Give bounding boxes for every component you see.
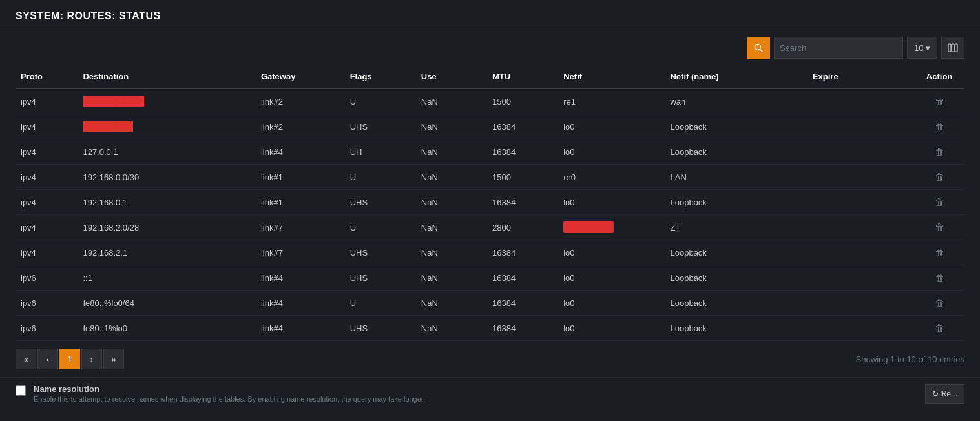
cell-netif: lo0 <box>558 240 665 265</box>
cell-mtu: 16384 <box>487 240 558 265</box>
page-1-button[interactable]: 1 <box>59 349 80 369</box>
name-resolution-desc: Enable this to attempt to resolve names … <box>34 395 425 403</box>
table-row: ipv4192.168.2.0/28link#7UNaN2800REDACTED… <box>16 215 964 240</box>
cell-use: NaN <box>416 240 487 265</box>
cell-expire <box>808 88 914 114</box>
columns-button[interactable] <box>941 37 964 59</box>
cell-netif-name: Loopback <box>665 316 807 341</box>
pagination-bar: « ‹ 1 › » Showing 1 to 10 of 10 entries <box>0 341 980 377</box>
cell-netif-name: Loopback <box>665 114 807 139</box>
name-resolution-info: Name resolution Enable this to attempt t… <box>34 384 425 403</box>
cell-flags: UHS <box>345 240 416 265</box>
cell-destination: 192.168.2.1 <box>78 240 255 265</box>
col-header-expire: Expire <box>808 65 914 88</box>
cell-expire <box>808 215 914 240</box>
delete-route-button[interactable]: 🗑 <box>932 196 946 209</box>
cell-netif: lo0 <box>558 190 665 215</box>
per-page-button[interactable]: 10 ▾ <box>907 37 937 59</box>
cell-expire <box>808 316 914 341</box>
cell-action: 🗑 <box>914 88 964 114</box>
cell-expire <box>808 114 914 139</box>
cell-mtu: 16384 <box>487 190 558 215</box>
cell-use: NaN <box>416 215 487 240</box>
routes-table-container: Proto Destination Gateway Flags Use MTU … <box>0 65 980 341</box>
reload-button[interactable]: ↻ Re... <box>925 384 964 404</box>
cell-proto: ipv4 <box>16 215 78 240</box>
cell-action: 🗑 <box>914 265 964 291</box>
cell-mtu: 1500 <box>487 88 558 114</box>
delete-route-button[interactable]: 🗑 <box>932 120 946 133</box>
cell-destination: ::1 <box>78 265 255 291</box>
cell-destination: 127.0.0.1 <box>78 139 255 165</box>
table-row: ipv6::1link#4UHSNaN16384lo0Loopback🗑 <box>16 265 964 291</box>
cell-mtu: 16384 <box>487 291 558 316</box>
delete-route-button[interactable]: 🗑 <box>932 95 946 108</box>
cell-mtu: 2800 <box>487 215 558 240</box>
cell-destination: fe80::%lo0/64 <box>78 291 255 316</box>
cell-use: NaN <box>416 265 487 291</box>
search-input[interactable] <box>774 37 903 59</box>
cell-netif-name: wan <box>665 88 807 114</box>
cell-flags: UHS <box>345 265 416 291</box>
search-button[interactable] <box>747 37 770 59</box>
page-last-button[interactable]: » <box>103 349 124 369</box>
delete-route-button[interactable]: 🗑 <box>932 296 946 309</box>
cell-netif: lo0 <box>558 139 665 165</box>
cell-use: NaN <box>416 88 487 114</box>
cell-mtu: 16384 <box>487 316 558 341</box>
cell-mtu: 16384 <box>487 114 558 139</box>
cell-expire <box>808 291 914 316</box>
svg-rect-2 <box>948 44 951 52</box>
cell-action: 🗑 <box>914 139 964 165</box>
cell-flags: U <box>345 291 416 316</box>
delete-route-button[interactable]: 🗑 <box>932 145 946 158</box>
table-row: ipv4192.168.0.0/30link#1UNaN1500re0LAN🗑 <box>16 165 964 190</box>
table-header-row: Proto Destination Gateway Flags Use MTU … <box>16 65 964 88</box>
delete-route-button[interactable]: 🗑 <box>932 322 946 334</box>
table-row: ipv4REDACTED/25link#2UNaN1500re1wan🗑 <box>16 88 964 114</box>
col-header-gateway: Gateway <box>256 65 345 88</box>
cell-mtu: 16384 <box>487 139 558 165</box>
page-next-button[interactable]: › <box>81 349 102 369</box>
delete-route-button[interactable]: 🗑 <box>932 221 946 234</box>
cell-flags: U <box>345 88 416 114</box>
cell-expire <box>808 265 914 291</box>
table-row: ipv4127.0.0.1link#4UHNaN16384lo0Loopback… <box>16 139 964 165</box>
page-first-button[interactable]: « <box>16 349 36 369</box>
cell-use: NaN <box>416 291 487 316</box>
cell-netif: lo0 <box>558 265 665 291</box>
cell-netif-name: Loopback <box>665 291 807 316</box>
delete-route-button[interactable]: 🗑 <box>932 246 946 259</box>
cell-flags: U <box>345 165 416 190</box>
cell-gateway: link#7 <box>256 240 345 265</box>
cell-destination: 192.168.0.1 <box>78 190 255 215</box>
cell-use: NaN <box>416 190 487 215</box>
routes-table: Proto Destination Gateway Flags Use MTU … <box>16 65 964 341</box>
cell-proto: ipv4 <box>16 114 78 139</box>
cell-expire <box>808 165 914 190</box>
cell-netif-name: ZT <box>665 215 807 240</box>
page-prev-button[interactable]: ‹ <box>37 349 58 369</box>
delete-route-button[interactable]: 🗑 <box>932 170 946 183</box>
cell-gateway: link#7 <box>256 215 345 240</box>
cell-netif-name: Loopback <box>665 265 807 291</box>
cell-destination: REDACTED/25 <box>78 88 255 114</box>
cell-netif: REDACTED <box>558 215 665 240</box>
name-resolution-checkbox[interactable] <box>16 385 26 396</box>
table-row: ipv4REDACTEDlink#2UHSNaN16384lo0Loopback… <box>16 114 964 139</box>
cell-gateway: link#2 <box>256 114 345 139</box>
cell-netif: lo0 <box>558 291 665 316</box>
name-resolution-label: Name resolution <box>34 384 425 394</box>
col-header-flags: Flags <box>345 65 416 88</box>
cell-proto: ipv4 <box>16 240 78 265</box>
page-title: SYSTEM: ROUTES: STATUS <box>16 10 161 21</box>
cell-expire <box>808 190 914 215</box>
showing-text: Showing 1 to 10 of 10 entries <box>856 354 964 364</box>
cell-expire <box>808 240 914 265</box>
delete-route-button[interactable]: 🗑 <box>932 271 946 284</box>
table-row: ipv4192.168.0.1link#1UHSNaN16384lo0Loopb… <box>16 190 964 215</box>
cell-gateway: link#4 <box>256 291 345 316</box>
cell-netif-name: LAN <box>665 165 807 190</box>
table-row: ipv6fe80::1%lo0link#4UHSNaN16384lo0Loopb… <box>16 316 964 341</box>
cell-proto: ipv6 <box>16 291 78 316</box>
